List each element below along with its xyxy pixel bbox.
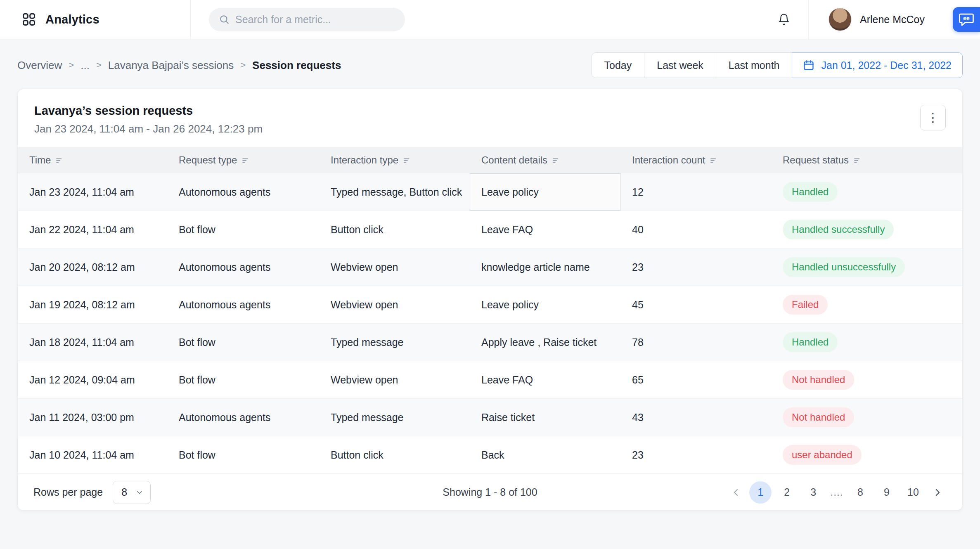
filter-last-week-button[interactable]: Last week [644,52,716,78]
page-button[interactable]: 10 [902,481,924,504]
cell-request-type: Bot flow [167,324,319,361]
user-menu[interactable]: Arlene McCoy [808,0,944,39]
sort-icon[interactable] [710,158,718,163]
cell-time: Jan 12 2024, 09:04 am [18,361,167,398]
table-row[interactable]: Jan 11 2024, 03:00 pmAutonomous agentsTy… [18,399,962,436]
subheader: Overview > ... > Lavanya Bajpai’s sessio… [0,39,980,89]
app-grid-icon[interactable] [21,12,36,27]
status-badge: Not handled [783,370,854,390]
column-header-request-type: Request type [167,147,319,173]
cell-interaction-type: Typed message [319,324,470,361]
status-badge: Failed [783,295,828,315]
card-header: Lavanya’s session requests Jan 23 2024, … [18,89,962,147]
filter-today-button[interactable]: Today [592,52,645,78]
notification-bell-icon[interactable] [778,13,790,26]
breadcrumb-collapsed[interactable]: ... [80,59,90,72]
table-body: Jan 23 2024, 11:04 amAutonomous agentsTy… [18,173,962,474]
svg-text:ee: ee [963,15,970,21]
cell-content-details: Apply leave , Raise ticket [470,324,620,361]
rows-per-page-label: Rows per page [33,486,103,498]
table-row[interactable]: Jan 10 2024, 11:04 amBot flowButton clic… [18,436,962,474]
avatar [829,8,852,31]
cell-interaction-type: Typed message, Button click [319,173,470,211]
chat-widget-button[interactable]: ee [953,7,980,32]
status-badge: Not handled [783,407,854,427]
rows-per-page: Rows per page 8 [33,481,151,504]
card-subtitle: Jan 23 2024, 11:04 am - Jan 26 2024, 12:… [34,123,946,135]
session-requests-card: Lavanya’s session requests Jan 23 2024, … [17,89,963,511]
page-button[interactable]: 1 [749,481,772,504]
calendar-icon [803,59,814,71]
search-input[interactable] [235,14,395,26]
cell-request-type: Bot flow [167,436,319,473]
table-row[interactable]: Jan 20 2024, 08:12 amAutonomous agentsWe… [18,248,962,286]
cell-time: Jan 19 2024, 08:12 am [18,286,167,323]
chat-bubble-icon: ee [958,11,975,28]
page-button[interactable]: 9 [876,481,898,504]
sort-icon[interactable] [553,158,560,163]
cell-interaction-type: Webview open [319,248,470,286]
rows-per-page-select[interactable]: 8 [113,481,151,504]
search-bar[interactable] [209,8,405,31]
sort-icon[interactable] [404,158,411,163]
date-range-label: Jan 01, 2022 - Dec 31, 2022 [821,59,952,71]
page-button[interactable]: 3 [802,481,824,504]
cell-interaction-type: Webview open [319,286,470,323]
breadcrumb-separator: > [240,60,246,71]
cell-request-status: Not handled [771,399,962,436]
cell-interaction-type: Button click [319,436,470,473]
cell-interaction-count: 12 [620,173,771,211]
cell-content-details: Leave FAQ [470,361,620,398]
page-button[interactable]: 8 [849,481,871,504]
pagination-next-button[interactable] [928,483,947,502]
table-row[interactable]: Jan 22 2024, 11:04 amBot flowButton clic… [18,211,962,248]
app-title: Analytics [45,13,99,26]
cell-content-details: Leave policy [470,173,620,211]
breadcrumb-overview[interactable]: Overview [17,59,62,72]
top-header: Analytics Arlene McCoy ee [0,0,980,39]
cell-request-status: Failed [771,286,962,323]
cell-time: Jan 11 2024, 03:00 pm [18,399,167,436]
cell-interaction-count: 40 [620,211,771,248]
cell-interaction-count: 23 [620,248,771,286]
status-badge: Handled unsuccessfully [783,257,905,277]
page-button[interactable]: 2 [776,481,798,504]
pagination-prev-button[interactable] [727,483,745,502]
cell-interaction-count: 65 [620,361,771,398]
breadcrumb-separator: > [69,60,74,71]
cell-request-type: Bot flow [167,361,319,398]
cell-content-details: knowledge article name [470,248,620,286]
cell-interaction-count: 78 [620,324,771,361]
sort-icon[interactable] [56,158,64,163]
column-header-request-status: Request status [771,147,962,173]
cell-request-status: Not handled [771,361,962,398]
breadcrumb-sessions[interactable]: Lavanya Bajpai’s sessions [108,59,234,72]
table-header: Time Request type Interaction type Conte… [18,147,962,173]
cell-interaction-type: Webview open [319,361,470,398]
breadcrumb: Overview > ... > Lavanya Bajpai’s sessio… [17,59,341,72]
table-row[interactable]: Jan 19 2024, 08:12 amAutonomous agentsWe… [18,286,962,324]
brand-area: Analytics [0,0,191,39]
cell-request-status: Handled [771,324,962,361]
pagination-ellipsis: .... [829,481,845,504]
cell-request-type: Autonomous agents [167,173,319,211]
table-row[interactable]: Jan 18 2024, 11:04 amBot flowTyped messa… [18,324,962,361]
kebab-menu-button[interactable]: ⋮ [920,105,946,130]
cell-time: Jan 20 2024, 08:12 am [18,248,167,286]
cell-content-details: Raise ticket [470,399,620,436]
table-row[interactable]: Jan 23 2024, 11:04 amAutonomous agentsTy… [18,173,962,211]
pagination: 123....8910 [727,481,947,504]
breadcrumb-separator: > [96,60,102,71]
date-range-button[interactable]: Jan 01, 2022 - Dec 31, 2022 [792,52,963,78]
cell-interaction-type: Typed message [319,399,470,436]
filter-last-month-button[interactable]: Last month [716,52,793,78]
cell-request-status: Handled successfully [771,211,962,248]
cell-content-details: Leave policy [470,286,620,323]
cell-request-type: Autonomous agents [167,248,319,286]
cell-interaction-count: 43 [620,399,771,436]
cell-time: Jan 18 2024, 11:04 am [18,324,167,361]
sort-icon[interactable] [854,158,862,163]
sort-icon[interactable] [242,158,250,163]
table-row[interactable]: Jan 12 2024, 09:04 amBot flowWebview ope… [18,361,962,399]
cell-time: Jan 10 2024, 11:04 am [18,436,167,473]
